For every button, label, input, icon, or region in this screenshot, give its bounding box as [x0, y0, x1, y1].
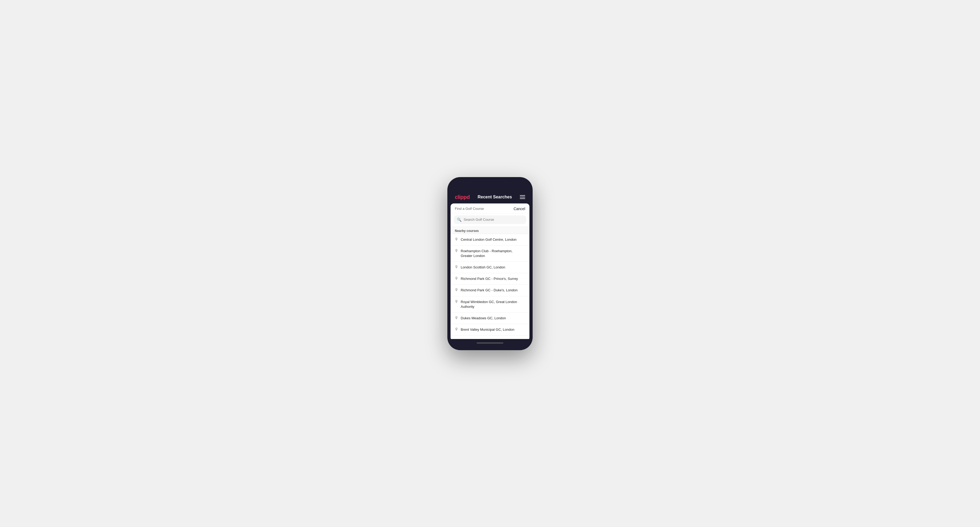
course-name: Royal Wimbledon GC, Great London Authori…: [461, 300, 525, 309]
location-pin-icon: [455, 288, 458, 293]
search-icon: 🔍: [457, 217, 461, 222]
course-list-item[interactable]: London Scottish GC, London: [450, 262, 530, 273]
course-name: Richmond Park GC - Prince's, Surrey: [461, 276, 518, 281]
nav-title: Recent Searches: [477, 195, 512, 200]
location-pin-icon: [455, 316, 458, 321]
main-content: Find a Golf Course Cancel 🔍 Nearby cours…: [450, 203, 530, 339]
find-header: Find a Golf Course Cancel: [450, 203, 530, 213]
phone-screen: clippd Recent Searches Find a Golf Cours…: [450, 180, 530, 347]
home-indicator: [450, 339, 530, 347]
course-name: Central London Golf Centre, London: [461, 237, 517, 242]
course-list-item[interactable]: Central London Golf Centre, London: [450, 234, 530, 246]
location-pin-icon: [455, 327, 458, 332]
location-pin-icon: [455, 249, 458, 254]
menu-line-1: [520, 195, 525, 196]
course-list-item[interactable]: North Middlesex GC (1011942 - North Midd…: [450, 335, 530, 339]
app-logo: clippd: [455, 194, 470, 200]
location-pin-icon: [455, 300, 458, 305]
course-name: Brent Valley Municipal GC, London: [461, 327, 514, 332]
course-name: London Scottish GC, London: [461, 265, 505, 270]
course-list-item[interactable]: Roehampton Club - Roehampton, Greater Lo…: [450, 246, 530, 262]
phone-device: clippd Recent Searches Find a Golf Cours…: [447, 177, 533, 350]
course-list-item[interactable]: Dukes Meadows GC, London: [450, 313, 530, 324]
course-list-item[interactable]: Richmond Park GC - Prince's, Surrey: [450, 273, 530, 285]
menu-line-3: [520, 198, 525, 199]
location-pin-icon: [455, 277, 458, 281]
menu-line-2: [520, 197, 525, 197]
course-list-item[interactable]: Royal Wimbledon GC, Great London Authori…: [450, 296, 530, 313]
cancel-button[interactable]: Cancel: [514, 206, 525, 211]
nav-bar: clippd Recent Searches: [450, 192, 530, 203]
menu-icon[interactable]: [520, 195, 525, 199]
notch: [474, 180, 506, 188]
status-bar: [450, 180, 530, 192]
location-pin-icon: [455, 238, 458, 242]
home-bar: [477, 343, 503, 343]
search-bar: 🔍: [454, 216, 526, 224]
course-list-item[interactable]: Brent Valley Municipal GC, London: [450, 324, 530, 335]
search-input[interactable]: [464, 217, 523, 222]
course-name: Roehampton Club - Roehampton, Greater Lo…: [461, 249, 525, 258]
course-name: Dukes Meadows GC, London: [461, 316, 506, 321]
search-container: 🔍: [450, 213, 530, 227]
find-label: Find a Golf Course: [455, 206, 484, 211]
course-list: Central London Golf Centre, London Roeha…: [450, 234, 530, 339]
location-pin-icon: [455, 265, 458, 270]
nearby-courses-label: Nearby courses: [450, 227, 530, 234]
course-list-item[interactable]: Richmond Park GC - Duke's, London: [450, 285, 530, 296]
course-name: Richmond Park GC - Duke's, London: [461, 288, 517, 293]
